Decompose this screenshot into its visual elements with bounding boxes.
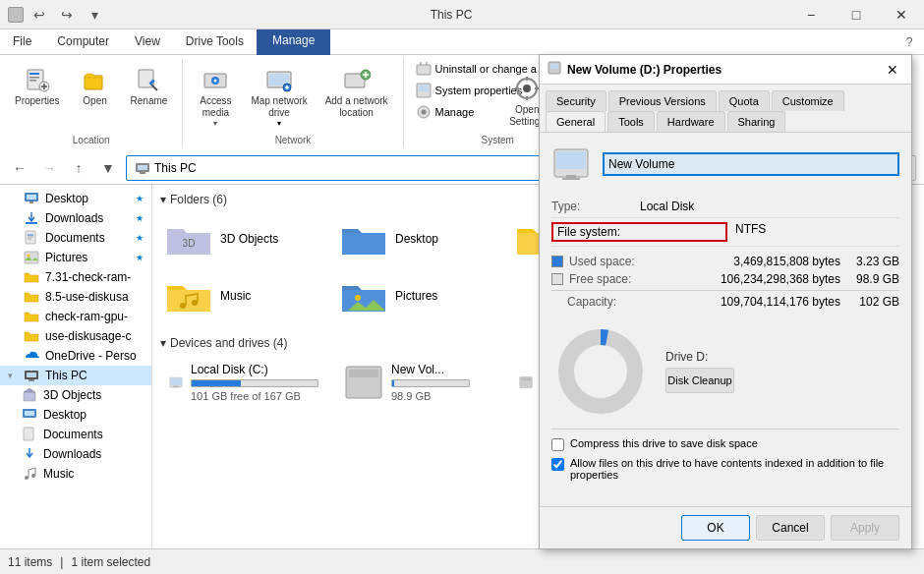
sidebar-item-diskusage2[interactable]: use-diskusage-c [0, 326, 151, 346]
properties-dialog: New Volume (D:) Properties ✕ Security Pr… [539, 54, 912, 549]
folder-pictures[interactable]: Pictures [335, 271, 502, 320]
map-network-label: Map networkdrive [251, 95, 307, 119]
svg-rect-41 [29, 201, 33, 203]
tab-manage[interactable]: Manage [257, 29, 330, 55]
selected-count: 1 item selected [71, 555, 150, 569]
prop-drive-icon [551, 144, 591, 184]
sysprops-icon [416, 83, 432, 98]
cancel-btn[interactable]: Cancel [756, 515, 825, 541]
pin-icon: ★ [136, 194, 144, 203]
folder-3d-icon: 3D [165, 219, 212, 258]
sidebar-item-diskusa[interactable]: 8.5-use-diskusa [0, 287, 151, 307]
manage-btn[interactable]: Manage [412, 102, 479, 122]
dialog-tab-tools[interactable]: Tools [607, 111, 655, 132]
svg-rect-56 [24, 428, 33, 440]
sidebar-item-documents[interactable]: Documents ★ [0, 228, 151, 248]
sidebar-thispc-label: This PC [45, 369, 87, 382]
sidebar-item-pictures[interactable]: Pictures ★ [0, 248, 151, 267]
media-icon [200, 64, 231, 95]
sidebar-item-downloads2[interactable]: Downloads [0, 444, 151, 464]
used-space-color [551, 256, 563, 267]
sidebar-item-desktop2[interactable]: Desktop [0, 405, 151, 425]
svg-rect-72 [173, 387, 180, 388]
forward-btn[interactable]: → [37, 156, 61, 180]
status-separator: | [60, 555, 63, 569]
folder-3d[interactable]: 3D 3D Objects [160, 214, 327, 263]
sidebar-item-onedrive[interactable]: OneDrive - Perso [0, 346, 151, 366]
sidebar-item-documents2[interactable]: Documents [0, 425, 151, 444]
drive-c-icon [169, 365, 183, 400]
minimize-btn[interactable]: − [788, 0, 834, 29]
folder-3d-label: 3D Objects [220, 232, 278, 246]
donut-chart-container: Drive D: Disk Cleanup [551, 322, 899, 421]
disk-cleanup-btn[interactable]: Disk Cleanup [665, 368, 734, 393]
tab-drive-tools[interactable]: Drive Tools [173, 29, 257, 55]
sidebar-downloads2-label: Downloads [43, 447, 101, 461]
dialog-tab-previous-versions[interactable]: Previous Versions [608, 90, 717, 111]
sidebar-item-music[interactable]: Music [0, 464, 151, 484]
toolbar-dropdown-btn[interactable]: ▾ [83, 3, 106, 27]
undo-btn[interactable]: ↩ [28, 3, 51, 27]
compress-checkbox[interactable] [551, 438, 564, 451]
apply-btn[interactable]: Apply [831, 515, 899, 541]
tab-computer[interactable]: Computer [44, 29, 122, 55]
folder-desktop[interactable]: Desktop [335, 214, 502, 263]
folder-icon-yellow [24, 269, 39, 285]
donut-chart [551, 322, 650, 421]
recent-locations-btn[interactable]: ▼ [96, 156, 120, 180]
window-controls: − □ ✕ [788, 0, 924, 29]
drive-c[interactable]: Local Disk (C:) 101 GB free of 167 GB [160, 358, 327, 407]
back-btn[interactable]: ← [8, 156, 31, 180]
prop-used-space-row: Used space: 3,469,815,808 bytes 3.23 GB [551, 253, 899, 270]
svg-rect-2 [29, 77, 39, 79]
folders-title-text: Folders (6) [170, 193, 227, 206]
drive-label-section: Drive D: Disk Cleanup [665, 350, 734, 393]
map-network-drive-btn[interactable]: Map networkdrive ▾ [244, 59, 314, 133]
up-btn[interactable]: ↑ [67, 156, 90, 180]
sidebar-item-3dobjects[interactable]: 3D Objects [0, 385, 151, 405]
volume-name-input[interactable] [603, 152, 899, 176]
sidebar-item-checkram2[interactable]: check-ram-gpu- [0, 307, 151, 326]
dialog-tab-sharing[interactable]: Sharing [727, 111, 786, 132]
sidebar-item-downloads[interactable]: Downloads ★ [0, 208, 151, 228]
dialog-tab-quota[interactable]: Quota [719, 90, 770, 111]
documents-icon2 [22, 427, 37, 442]
sidebar-item-desktop[interactable]: Desktop ★ [0, 189, 151, 208]
svg-point-66 [192, 300, 198, 306]
close-btn[interactable]: ✕ [879, 0, 924, 29]
tab-file[interactable]: File [0, 29, 44, 55]
folder-music[interactable]: Music [160, 271, 327, 320]
sidebar-item-check-ram[interactable]: 7.31-check-ram- [0, 267, 151, 287]
rename-btn[interactable]: Rename [124, 59, 175, 112]
sidebar-downloads-label: Downloads [45, 211, 103, 225]
drive-newvol1[interactable]: New Vol... 98.9 GB [335, 358, 502, 407]
add-network-location-btn[interactable]: Add a networklocation [318, 59, 395, 124]
open-btn[interactable]: Open [71, 59, 120, 112]
svg-rect-84 [562, 178, 580, 180]
svg-point-31 [523, 85, 531, 92]
folder-pictures-icon [340, 276, 387, 316]
ribbon-tabs: File Computer View Drive Tools Manage ? [0, 29, 924, 55]
dialog-tab-hardware[interactable]: Hardware [657, 111, 725, 132]
folder-desktop-icon [340, 219, 387, 258]
ok-btn[interactable]: OK [681, 515, 750, 541]
access-media-btn[interactable]: Accessmedia ▾ [191, 59, 240, 133]
capacity-label: Capacity: [567, 295, 656, 309]
dialog-tab-customize[interactable]: Customize [772, 90, 844, 111]
drives-chevron[interactable]: ▾ [160, 336, 166, 350]
dialog-tab-security[interactable]: Security [546, 90, 606, 111]
folders-chevron[interactable]: ▾ [160, 193, 166, 206]
svg-rect-38 [140, 172, 145, 174]
index-checkbox[interactable] [551, 458, 564, 471]
status-bar: 11 items | 1 item selected [0, 548, 924, 574]
folder-pictures-label: Pictures [395, 289, 437, 303]
ribbon-help-btn[interactable]: ? [895, 29, 924, 55]
dialog-close-btn[interactable]: ✕ [882, 59, 903, 81]
tab-view[interactable]: View [122, 29, 173, 55]
redo-btn[interactable]: ↪ [55, 3, 79, 27]
sidebar-item-this-pc[interactable]: ▾ This PC [0, 366, 151, 385]
maximize-btn[interactable]: □ [834, 0, 879, 29]
dialog-tab-general[interactable]: General [546, 111, 606, 132]
properties-btn[interactable]: Properties [8, 59, 67, 112]
folder-desktop-label: Desktop [395, 232, 438, 246]
